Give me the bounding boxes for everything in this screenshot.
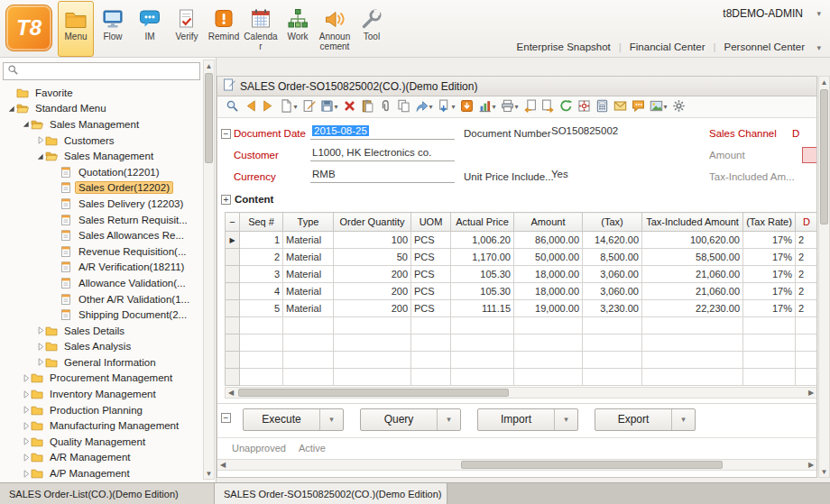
cell-empty[interactable] <box>283 334 334 352</box>
doc-horizontal-scrollbar[interactable]: ◀ ▶ <box>217 459 816 471</box>
scroll-thumb[interactable] <box>238 389 509 397</box>
cell-empty[interactable] <box>514 352 583 369</box>
cell-uom[interactable]: PCS <box>411 300 451 317</box>
cell-seq[interactable]: 3 <box>240 266 283 283</box>
cell-tax[interactable]: 3,230.00 <box>583 300 642 317</box>
tree-item-a-p-management[interactable]: A/P Management <box>0 465 203 481</box>
cell-seq[interactable]: 1 <box>240 232 283 249</box>
cell-order-quantity[interactable]: 50 <box>334 249 411 266</box>
detail-section-toggle[interactable]: − <box>221 413 231 423</box>
cell-amount[interactable]: 18,000.00 <box>514 283 583 300</box>
scroll-thumb[interactable] <box>461 461 723 469</box>
tree-item-customers[interactable]: Customers <box>0 133 203 149</box>
tree-item-a-r-verification-18211[interactable]: A/R Verification(18211) <box>0 260 203 276</box>
cell-tax-included-amount[interactable]: 58,500.00 <box>642 249 743 266</box>
tree-item-standard-menu[interactable]: Standard Menu <box>0 101 203 117</box>
unit-price-includes-field[interactable]: Yes <box>549 169 641 183</box>
links-overflow-caret-icon[interactable]: ▾ <box>816 44 821 52</box>
cell-empty[interactable] <box>451 352 514 369</box>
row-header[interactable] <box>226 317 240 334</box>
import-button[interactable]: Import▾ <box>477 408 578 431</box>
toolbar-print-button[interactable]: ▾ <box>498 98 521 116</box>
tree-item-revenue-requisition[interactable]: Revenue Requisition(... <box>0 243 203 260</box>
tree-item-sales-allowances-re[interactable]: Sales Allowances Re... <box>0 227 203 243</box>
cell-empty[interactable] <box>334 317 411 334</box>
cell-empty[interactable] <box>240 317 283 334</box>
row-header[interactable] <box>226 266 240 283</box>
ribbon-button-menu[interactable]: Menu <box>58 1 94 57</box>
toolbar-chart-button[interactable]: ▾ <box>475 98 498 116</box>
tree-expander-icon[interactable] <box>20 453 31 463</box>
cell-uom[interactable]: PCS <box>411 283 451 300</box>
ribbon-button-verify[interactable]: Verify <box>169 1 205 57</box>
cell-actual-price[interactable]: 105.30 <box>451 283 514 300</box>
scroll-down-button[interactable]: ▼ <box>819 466 829 477</box>
tree-expander-icon[interactable] <box>20 436 31 446</box>
tree-item-sales-return-requisit[interactable]: Sales Return Requisit... <box>0 212 203 228</box>
ribbon-button-announcement[interactable]: Announcement <box>317 1 353 57</box>
ribbon-link-financial-center[interactable]: Financial Center <box>630 41 706 52</box>
row-header[interactable] <box>226 249 240 266</box>
cell-order-quantity[interactable]: 200 <box>334 266 411 283</box>
cell-tax-rate[interactable]: 17% <box>743 249 796 266</box>
row-header[interactable] <box>226 300 240 317</box>
cell-empty[interactable] <box>334 334 411 352</box>
cell-type[interactable]: Material <box>283 249 334 266</box>
cell-empty[interactable] <box>283 352 334 369</box>
cell-empty[interactable] <box>743 352 796 369</box>
scroll-right-button[interactable]: ▶ <box>806 388 816 398</box>
row-header[interactable]: ▶ <box>226 232 240 249</box>
ribbon-button-remind[interactable]: Remind <box>206 1 242 57</box>
cell-order-quantity[interactable]: 200 <box>334 283 411 300</box>
cell-empty[interactable] <box>451 317 514 334</box>
tree-expander-icon[interactable] <box>20 469 31 479</box>
tree-expander-icon[interactable] <box>20 119 31 129</box>
toolbar-chat-button[interactable] <box>629 98 647 116</box>
table-row-empty[interactable] <box>226 317 818 334</box>
cell-actual-price[interactable]: 111.15 <box>451 300 514 317</box>
cell-empty[interactable] <box>240 334 283 352</box>
tree-item-sales-details[interactable]: Sales Details <box>0 323 203 339</box>
column-header-seq[interactable]: Seq # <box>240 213 283 232</box>
ribbon-button-flow[interactable]: Flow <box>95 1 131 57</box>
toolbar-calculator-button[interactable] <box>593 98 611 116</box>
cell-empty[interactable] <box>334 369 411 386</box>
scroll-left-button[interactable]: ◀ <box>217 460 228 470</box>
cell-empty[interactable] <box>642 317 743 334</box>
cell-d[interactable]: 2 <box>796 283 818 300</box>
tree-expander-icon[interactable] <box>34 325 45 335</box>
cell-empty[interactable] <box>796 317 818 334</box>
column-header-amount[interactable]: Amount <box>514 213 583 232</box>
tree-item-other-a-r-validation-1[interactable]: Other A/R Validation(1... <box>0 291 203 307</box>
toolbar-refresh-button[interactable] <box>557 98 575 116</box>
cell-empty[interactable] <box>796 369 818 386</box>
cell-type[interactable]: Material <box>283 283 334 300</box>
scroll-up-button[interactable]: ▲ <box>204 60 214 71</box>
toolbar-copy-button[interactable] <box>394 98 412 116</box>
cell-seq[interactable]: 4 <box>240 283 283 300</box>
toolbar-export-button[interactable]: ▾ <box>412 98 435 116</box>
tree-item-inventory-management[interactable]: Inventory Management <box>0 386 203 402</box>
tree-item-shipping-document-2[interactable]: Shipping Document(2... <box>0 307 203 323</box>
tree-expander-icon[interactable] <box>34 357 45 367</box>
cell-amount[interactable]: 86,000.00 <box>514 232 583 249</box>
cell-amount[interactable]: 19,000.00 <box>514 300 583 317</box>
user-menu[interactable]: t8DEMO-ADMIN <box>723 7 803 20</box>
toolbar-back-button[interactable] <box>241 98 259 116</box>
column-header-type[interactable]: Type <box>283 213 334 232</box>
cell-actual-price[interactable]: 105.30 <box>451 266 514 283</box>
tree-item-sales-management[interactable]: Sales Management <box>0 148 203 164</box>
dropdown-caret-icon[interactable]: ▾ <box>429 103 433 111</box>
row-header[interactable] <box>226 352 240 369</box>
cell-empty[interactable] <box>583 352 642 369</box>
dropdown-caret-icon[interactable]: ▾ <box>452 103 456 111</box>
column-header-d[interactable]: D <box>796 213 818 232</box>
cell-empty[interactable] <box>514 369 583 386</box>
cell-tax[interactable]: 3,060.00 <box>583 266 642 283</box>
column-header-tax[interactable]: (Tax) <box>583 213 642 232</box>
toolbar-paste-button[interactable] <box>358 98 376 116</box>
tree-item-general-information[interactable]: General Information <box>0 354 203 371</box>
cell-tax-included-amount[interactable]: 21,060.00 <box>642 283 743 300</box>
dropdown-caret-icon[interactable]: ▾ <box>294 103 298 111</box>
ribbon-link-enterprise-snapshot[interactable]: Enterprise Snapshot <box>517 41 611 52</box>
